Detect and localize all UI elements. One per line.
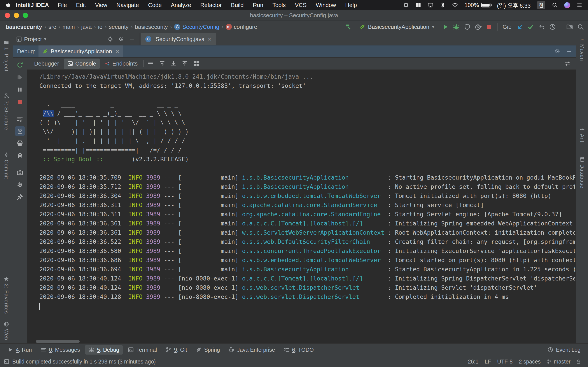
menu-item-file[interactable]: File [58,2,67,8]
toolwindow-button-terminal[interactable]: Terminal [124,345,160,355]
breadcrumb-security[interactable]: security [108,24,130,30]
build-project-button[interactable] [343,22,353,32]
menu-item-analyze[interactable]: Analyze [171,2,191,8]
hide-project-button[interactable] [128,35,137,43]
toolwindow-button-debug[interactable]: 5: Debug [85,345,122,355]
locate-file-button[interactable] [106,35,115,43]
project-view-title[interactable]: Project [24,36,42,43]
view-options-button[interactable] [191,59,201,68]
previous-occurrence-button[interactable] [180,59,190,68]
toolwindow-button-spring[interactable]: Spring [192,345,223,355]
tool-stripe-commit[interactable]: Commit [3,152,9,179]
console-filter-button[interactable] [563,59,572,68]
scroll-to-end-button[interactable] [15,126,25,136]
profiler-button[interactable]: ▾ [473,22,483,32]
tool-windows-button[interactable] [2,357,11,366]
git-commit-button[interactable] [526,22,536,32]
close-tab-icon[interactable]: × [208,36,212,42]
menu-item-view[interactable]: View [95,2,107,8]
apple-menu-icon[interactable] [6,2,10,8]
find-in-path-button[interactable] [565,22,574,32]
tool-stripe-7-structure[interactable]: 7: Structure [3,93,9,130]
scroll-to-top-button[interactable] [157,59,167,68]
encoding-indicator[interactable]: UTF-8 [497,359,513,365]
line-separator-indicator[interactable]: LF [485,359,491,365]
event-log-button[interactable]: Event Log [544,345,584,355]
tool-stripe-1-project[interactable]: 1: Project [3,40,9,71]
display-icon[interactable] [428,2,433,8]
breadcrumb-basicsecurity[interactable]: basicsecurity [4,24,43,30]
debug-button[interactable] [451,22,461,32]
tab-console[interactable]: Console [64,58,100,69]
stop-button[interactable] [15,97,25,107]
close-session-icon[interactable]: × [115,48,120,55]
battery-indicator[interactable]: 100% [464,2,490,8]
tool-stripe-2-favorites[interactable]: 2: Favorites [3,276,9,314]
window-tiles-icon[interactable] [415,2,421,8]
debug-session-tab[interactable]: BasicsecurityApplication × [38,45,123,57]
menu-item-vcs[interactable]: VCS [295,2,306,8]
menu-item-tools[interactable]: Tools [272,2,286,8]
hide-debug-button[interactable] [565,47,574,56]
menu-item-refactor[interactable]: Refactor [200,2,222,8]
tool-stripe-database[interactable]: Database [579,157,585,189]
thread-dump-button[interactable] [15,168,25,177]
breadcrumb-src[interactable]: src [47,24,58,30]
run-button[interactable] [441,22,450,32]
breadcrumb-securityconfig[interactable]: CSecurityConfig [173,24,221,30]
input-source-indicator[interactable]: 한 [537,1,545,9]
breadcrumb-io[interactable]: io [97,24,104,30]
git-rollback-button[interactable] [537,22,546,32]
menu-item-navigate[interactable]: Navigate [116,2,139,8]
fullscreen-window-button[interactable] [23,13,28,18]
tool-stripe-ant[interactable]: Ant [579,126,585,142]
clear-all-button[interactable] [15,151,25,160]
breadcrumb-configure[interactable]: mconfigure [225,24,259,30]
console-output[interactable]: /Library/Java/JavaVirtualMachines/jdk1.8… [39,72,575,338]
menu-item-help[interactable]: Help [345,2,357,8]
soft-wrap-button[interactable] [15,114,25,124]
wifi-icon[interactable] [452,2,458,8]
pin-tab-button[interactable] [15,192,25,202]
readonly-toggle-button[interactable] [574,357,583,366]
app-menu-title[interactable]: IntelliJ IDEA [16,2,49,8]
status-app-icon[interactable] [403,2,409,8]
search-everywhere-button[interactable] [576,22,585,32]
breadcrumb-java[interactable]: java [80,24,93,30]
git-branch-indicator[interactable]: master [547,359,571,365]
tool-stripe-web[interactable]: Web [3,322,9,340]
toolwindow-button-git[interactable]: 9: Git [162,345,190,355]
chevron-down-icon[interactable]: ▾ [44,36,46,42]
menu-item-run[interactable]: Run [253,2,263,8]
breadcrumb-basicsecurity[interactable]: basicsecurity [134,24,169,30]
tab-endpoints[interactable]: Endpoints [101,58,141,69]
coverage-button[interactable] [462,22,472,32]
build-status-message[interactable]: Build completed successfully in 1 s 293 … [12,359,156,365]
tab-debugger[interactable]: Debugger [31,58,62,69]
toolwindow-button-messages[interactable]: 0: Messages [37,345,84,355]
pause-button[interactable] [15,85,25,94]
next-occurrence-button[interactable] [169,59,178,68]
toolwindow-button-run[interactable]: 4: Run [4,345,35,355]
menu-clock[interactable]: (일) 오후 6:33 [497,1,531,9]
rerun-button[interactable] [15,60,25,70]
stop-button[interactable] [484,22,494,32]
tool-stripe-maven[interactable]: mMaven [579,37,585,61]
debug-settings-button[interactable] [15,180,25,190]
print-button[interactable] [15,139,25,148]
debug-header-settings-button[interactable] [553,47,562,56]
siri-icon[interactable] [564,2,570,8]
layout-options-button[interactable] [146,59,156,68]
menu-item-edit[interactable]: Edit [76,2,86,8]
resume-button[interactable] [15,73,25,82]
toolwindow-button-java-enterprise[interactable]: Java Enterprise [225,345,278,355]
project-options-button[interactable] [117,35,126,43]
menu-item-code[interactable]: Code [148,2,162,8]
indent-indicator[interactable]: 2 spaces [519,359,541,365]
close-window-button[interactable] [5,13,10,18]
bluetooth-icon[interactable] [440,2,446,8]
caret-position[interactable]: 26:1 [468,359,479,365]
breadcrumb-main[interactable]: main [61,24,76,30]
run-configuration-select[interactable]: BasicsecurityApplication ▾ [356,22,437,32]
toolwindow-button-todo[interactable]: 6: TODO [280,345,317,355]
